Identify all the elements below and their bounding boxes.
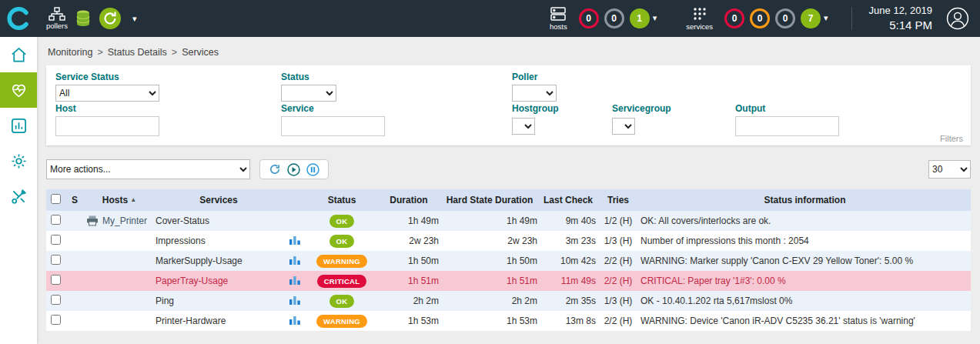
service-link[interactable]: Ping: [156, 296, 174, 306]
breadcrumb-services[interactable]: Services: [182, 47, 219, 58]
duration-cell: 1h 49m: [377, 211, 440, 231]
services-ok-counter[interactable]: 7: [801, 8, 821, 28]
sidebar-item-monitoring[interactable]: [0, 72, 37, 108]
last-check-cell: 11m 49s: [539, 271, 597, 291]
platform-sync-status-icon[interactable]: [99, 7, 122, 30]
column-header-status[interactable]: Status: [306, 189, 377, 211]
services-chevron-down-icon[interactable]: ▾: [824, 13, 828, 23]
user-avatar[interactable]: [946, 7, 969, 30]
column-header-graph: [283, 189, 306, 211]
column-header-hosts[interactable]: Hosts▲: [85, 189, 154, 211]
table-row[interactable]: Impressions OK 2w 23h 2w 23h 3m 23s 1/3 …: [46, 231, 971, 251]
breadcrumb-separator: >: [172, 47, 177, 58]
sidebar-item-configuration[interactable]: [0, 143, 37, 179]
output-input[interactable]: [735, 116, 839, 136]
column-header-duration[interactable]: Duration: [377, 189, 440, 211]
column-header-hard-state-duration[interactable]: Hard State Duration: [440, 189, 539, 211]
last-check-cell: 13m 8s: [539, 311, 597, 331]
pollers-chevron-down-icon[interactable]: ▾: [132, 14, 137, 24]
pollers-menu[interactable]: pollers: [46, 7, 68, 30]
refresh-button[interactable]: [269, 163, 281, 175]
host-link[interactable]: My_Printer: [102, 215, 147, 226]
service-table-body: My_Printer Cover-Status OK 1h 49m 1h 49m…: [46, 211, 971, 331]
row-checkbox[interactable]: [51, 275, 61, 285]
actions-toolbar: More actions... 30: [46, 159, 971, 179]
services-critical-counter[interactable]: 0: [724, 8, 744, 28]
column-header-services[interactable]: Services: [154, 189, 283, 211]
hosts-down-counter[interactable]: 0: [579, 8, 599, 28]
hosts-icon: [550, 6, 567, 22]
service-link[interactable]: PaperTray-Usage: [156, 276, 228, 286]
hosts-label: hosts: [550, 22, 567, 31]
graph-icon[interactable]: [289, 295, 300, 305]
status-badge: OK: [329, 295, 355, 308]
services-warning-counter[interactable]: 0: [750, 8, 770, 28]
breadcrumb-status-details[interactable]: Status Details: [108, 47, 167, 58]
hard-state-duration-cell: 1h 51m: [440, 271, 539, 291]
row-checkbox[interactable]: [51, 215, 61, 225]
services-unknown-counter[interactable]: 0: [775, 8, 795, 28]
column-header-s[interactable]: S: [65, 189, 85, 211]
status-select[interactable]: [281, 85, 336, 102]
status-badge: OK: [329, 215, 355, 228]
table-row[interactable]: MarkerSupply-Usage WARNING 1h 50m 1h 50m…: [46, 251, 971, 271]
graph-icon[interactable]: [289, 315, 300, 325]
printer-icon: [86, 215, 99, 226]
row-checkbox[interactable]: [51, 295, 61, 305]
row-checkbox[interactable]: [51, 235, 61, 245]
select-all-checkbox[interactable]: [51, 194, 61, 204]
service-status-select[interactable]: All: [55, 85, 159, 102]
duration-cell: 1h 50m: [377, 251, 440, 271]
table-row[interactable]: Ping OK 2h 2m 2h 2m 2m 35s 1/3 (H) OK - …: [46, 291, 971, 311]
play-button[interactable]: [287, 163, 300, 176]
page-size-select[interactable]: 30: [928, 160, 971, 179]
hosts-chevron-down-icon[interactable]: ▾: [653, 13, 657, 23]
table-row[interactable]: My_Printer Cover-Status OK 1h 49m 1h 49m…: [46, 211, 971, 231]
last-check-cell: 2m 35s: [539, 291, 597, 311]
table-row[interactable]: Printer-Hardware WARNING 1h 53m 1h 53m 1…: [46, 311, 971, 331]
pause-button[interactable]: [306, 163, 319, 176]
hosts-up-counter[interactable]: 1: [630, 8, 650, 28]
column-header-tries[interactable]: Tries: [597, 189, 639, 211]
row-checkbox[interactable]: [51, 315, 61, 325]
main-content: Monitoring>Status Details>Services Servi…: [37, 37, 980, 344]
row-state-cell: [65, 251, 85, 271]
service-input[interactable]: [281, 116, 385, 136]
filters-panel: Service Status All Status Poller Host Se…: [46, 65, 971, 145]
tries-cell: 2/2 (H): [597, 311, 639, 331]
hosts-menu[interactable]: hosts: [550, 6, 567, 31]
service-link[interactable]: Printer-Hardware: [156, 316, 226, 326]
graph-icon[interactable]: [289, 235, 300, 245]
status-information-cell: WARNING: Marker supply 'Canon C-EXV 29 Y…: [639, 251, 971, 271]
filters-panel-toggle[interactable]: Filters: [940, 134, 963, 143]
home-icon: [10, 46, 28, 64]
hostgroup-select[interactable]: [512, 118, 535, 135]
poller-label: Poller: [512, 72, 537, 82]
hard-state-duration-cell: 2w 23h: [440, 231, 539, 251]
sidebar-item-administration[interactable]: [0, 179, 37, 214]
status-information-cell: OK - 10.40.1.202 rta 5,617mslost 0%: [639, 291, 971, 311]
host-input[interactable]: [55, 116, 159, 136]
database-status-icon[interactable]: [75, 9, 91, 28]
table-row[interactable]: PaperTray-Usage CRITICAL 1h 51m 1h 51m 1…: [46, 271, 971, 291]
services-menu[interactable]: services: [686, 6, 713, 31]
sidebar-item-home[interactable]: [0, 37, 37, 72]
service-link[interactable]: Impressions: [156, 235, 206, 246]
servicegroup-select[interactable]: [612, 118, 635, 135]
breadcrumb-monitoring[interactable]: Monitoring: [48, 47, 92, 58]
poller-select[interactable]: [512, 85, 557, 102]
sidebar-item-reporting[interactable]: [0, 108, 37, 143]
clock: June 12, 2019 5:14 PM: [869, 5, 932, 32]
hostgroup-label: Hostgroup: [512, 103, 559, 114]
hosts-unreachable-counter[interactable]: 0: [604, 8, 624, 28]
column-header-last-check[interactable]: Last Check: [539, 189, 597, 211]
status-information-cell: CRITICAL: Paper tray '1#3': 0.00 %: [639, 271, 971, 291]
service-link[interactable]: Cover-Status: [156, 215, 209, 226]
centreon-logo[interactable]: [0, 0, 37, 37]
more-actions-select[interactable]: More actions...: [46, 159, 250, 179]
service-link[interactable]: MarkerSupply-Usage: [156, 255, 242, 266]
graph-icon[interactable]: [289, 255, 300, 265]
column-header-status-information[interactable]: Status information: [639, 189, 971, 211]
row-checkbox[interactable]: [51, 255, 61, 265]
graph-icon[interactable]: [289, 275, 300, 285]
